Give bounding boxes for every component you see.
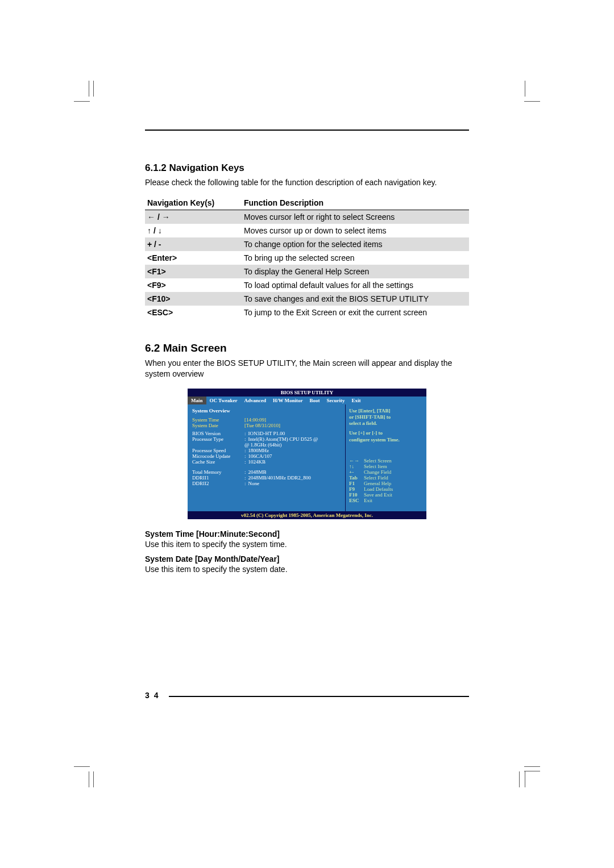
legend-desc: General Help — [364, 481, 391, 486]
cell: To display the General Help Screen — [242, 265, 469, 278]
key-enter: <Enter> — [145, 251, 242, 265]
bios-mem-value: None — [244, 481, 341, 486]
bios-row-label: Microcode Update — [192, 453, 244, 459]
legend-key: ESC — [349, 498, 364, 503]
bios-mem-label: DDRII2 — [192, 481, 244, 486]
bios-help-pane: Use [Enter], [TAB] or [SHIFT-TAB] to sel… — [345, 404, 426, 511]
date-subhead: System Date [Day Month/Date/Year] — [145, 554, 469, 564]
bios-left-pane: System Overview System Time [14:00:09] S… — [188, 404, 345, 511]
nav-intro: Please check the following table for the… — [145, 177, 469, 188]
key-f9: <F9> — [145, 278, 242, 292]
footer-rule — [169, 696, 469, 697]
bios-tab-security: Security — [323, 397, 349, 404]
bios-footer: v02.54 (C) Copyright 1985-2005, American… — [188, 511, 426, 519]
key-esc: <ESC> — [145, 306, 242, 319]
legend-desc: Select Item — [364, 464, 387, 469]
cell: To load optimal default values for all t… — [242, 278, 469, 292]
bios-mem-value: 2048MB/401MHz DDR2_800 — [244, 475, 341, 481]
page-number: 3 4 — [145, 691, 159, 700]
bios-date-label: System Date — [192, 423, 244, 428]
table-row: ↑ / ↓ Moves cursor up or down to select … — [145, 224, 469, 237]
time-subhead: System Time [Hour:Minute:Second] — [145, 529, 469, 539]
arrow-left-icon: ← — [147, 212, 155, 222]
bios-key-legend: ←→Select Screen ↑↓Select Item +-Change F… — [349, 458, 423, 503]
bios-help-line: Use [Enter], [TAB] — [349, 408, 423, 414]
bios-row-value: Intel(R) Atom(TM) CPU D525 @ — [244, 436, 341, 442]
bios-tab-hw: H/W Monitor — [269, 397, 306, 404]
legend-desc: Select Field — [364, 475, 388, 481]
time-body: Use this item to specify the system time… — [145, 540, 469, 549]
arrow-up-icon: ↑ — [147, 226, 151, 235]
bios-tab-boot: Boot — [306, 397, 323, 404]
table-row: <F10> To save changes and exit the BIOS … — [145, 292, 469, 306]
bios-tab-main: Main — [188, 397, 206, 404]
bios-tabs: Main OC Tweaker Advanced H/W Monitor Boo… — [188, 397, 426, 404]
th-desc: Function Description — [242, 197, 469, 210]
bios-row-value: 1024KB — [244, 459, 341, 465]
legend-key: F10 — [349, 492, 364, 498]
bios-tab-exit: Exit — [349, 397, 364, 404]
bios-tab-advanced: Advanced — [240, 397, 269, 404]
bios-screenshot: BIOS SETUP UTILITY Main OC Tweaker Advan… — [188, 389, 426, 519]
cell: To change option for the selected items — [242, 237, 469, 251]
legend-desc: Load Defaults — [364, 486, 393, 492]
main-heading: 6.2 Main Screen — [145, 342, 469, 354]
bios-help-line: or [SHIFT-TAB] to — [349, 414, 423, 420]
legend-key: F1 — [349, 481, 364, 486]
bios-row-label: Processor Type — [192, 436, 244, 442]
bios-row-label: Processor Speed — [192, 448, 244, 453]
table-row: + / - To change option for the selected … — [145, 237, 469, 251]
bios-row-value: @ 1.8GHz (64bit) — [244, 442, 341, 448]
bios-time-value: [14:00:09] — [244, 417, 341, 423]
bios-row-label: Cache Size — [192, 459, 244, 465]
nav-keys-table: Navigation Key(s) Function Description ←… — [145, 197, 469, 319]
key-left-right: ← / → — [145, 210, 242, 224]
legend-desc: Change Field — [364, 469, 391, 475]
bios-row-label: BIOS Version — [192, 431, 244, 436]
bios-time-label: System Time — [192, 417, 244, 423]
arrow-down-icon: ↓ — [158, 226, 162, 235]
legend-key: ↑↓ — [349, 464, 364, 469]
cell: Moves cursor up or down to select items — [242, 224, 469, 237]
arrow-right-icon: → — [162, 212, 170, 222]
table-header-row: Navigation Key(s) Function Description — [145, 197, 469, 210]
cell: Moves cursor left or right to select Scr… — [242, 210, 469, 224]
legend-desc: Save and Exit — [364, 492, 392, 498]
page-footer: 3 4 — [145, 687, 469, 703]
bios-tab-oc: OC Tweaker — [206, 397, 241, 404]
main-intro: When you enter the BIOS SETUP UTILITY, t… — [145, 358, 469, 379]
bios-mem-label: Total Memory — [192, 469, 244, 475]
bios-row-value: 106CA/107 — [244, 453, 341, 459]
key-f10: <F10> — [145, 292, 242, 306]
table-row: ← / → Moves cursor left or right to sele… — [145, 210, 469, 224]
bios-row-label — [192, 442, 244, 448]
key-f1: <F1> — [145, 265, 242, 278]
bios-section: System Overview — [192, 408, 341, 414]
legend-key: +- — [349, 469, 364, 475]
legend-desc: Exit — [364, 498, 372, 503]
bios-date-value: [Tue 08/31/2010] — [244, 423, 341, 428]
table-row: <ESC> To jump to the Exit Screen or exit… — [145, 306, 469, 319]
legend-key: ←→ — [349, 458, 364, 464]
bios-help-line: configure system Time. — [349, 437, 423, 443]
legend-key: Tab — [349, 475, 364, 481]
bios-title: BIOS SETUP UTILITY — [188, 389, 426, 397]
cell: To save changes and exit the BIOS SETUP … — [242, 292, 469, 306]
bios-row-value: ION3D-HT P1.00 — [244, 431, 341, 436]
bios-mem-label: DDRII1 — [192, 475, 244, 481]
cell: To jump to the Exit Screen or exit the c… — [242, 306, 469, 319]
top-rule — [145, 130, 469, 131]
bios-help-line: select a field. — [349, 420, 423, 427]
table-row: <F1> To display the General Help Screen — [145, 265, 469, 278]
table-row: <Enter> To bring up the selected screen — [145, 251, 469, 265]
th-key: Navigation Key(s) — [145, 197, 242, 210]
bios-row-value: 1800MHz — [244, 448, 341, 453]
page-content: 6.1.2 Navigation Keys Please check the f… — [145, 130, 469, 579]
cell: To bring up the selected screen — [242, 251, 469, 265]
key-plus-minus: + / - — [145, 237, 242, 251]
table-row: <F9> To load optimal default values for … — [145, 278, 469, 292]
date-body: Use this item to specify the system date… — [145, 565, 469, 574]
key-up-down: ↑ / ↓ — [145, 224, 242, 237]
bios-help-line: Use [+] or [-] to — [349, 430, 423, 436]
legend-key: F9 — [349, 486, 364, 492]
